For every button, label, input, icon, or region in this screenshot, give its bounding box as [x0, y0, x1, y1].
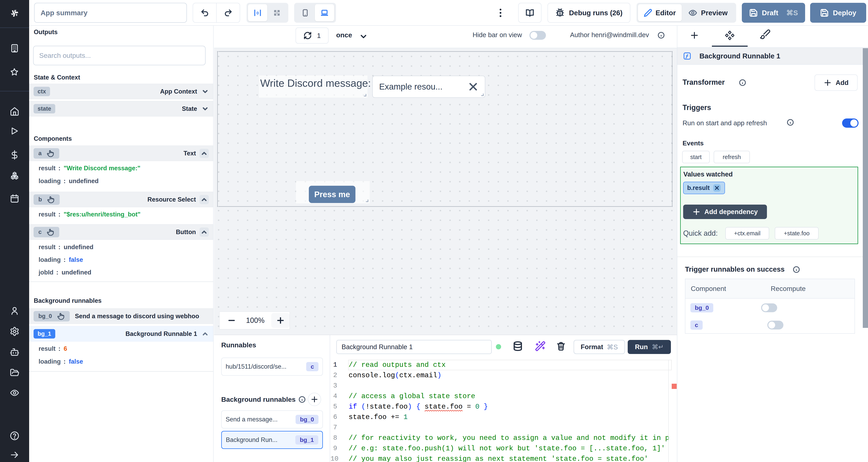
svg-text:0: 0: [256, 10, 259, 15]
